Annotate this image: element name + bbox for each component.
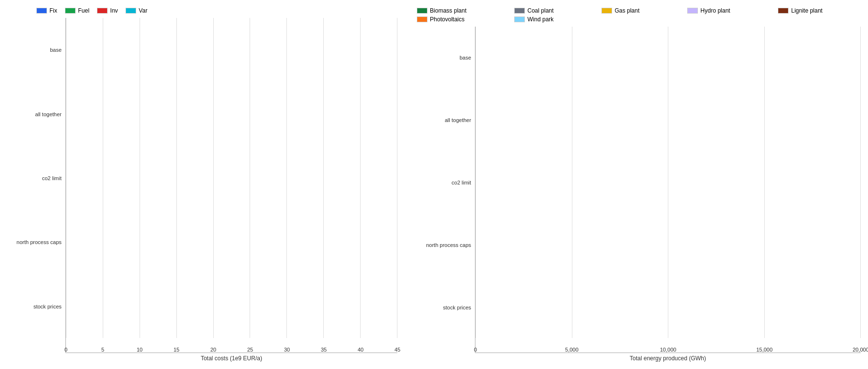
left-y-axis: baseall togetherco2 limitnorth process c… <box>7 18 65 353</box>
legend-item: Hydro plant <box>687 7 768 14</box>
legend-label: Wind park <box>527 16 553 23</box>
y-axis-label: all together <box>445 117 471 123</box>
legend-swatch <box>417 8 427 14</box>
legend-swatch <box>36 8 47 14</box>
legend-label: Biomass plant <box>430 7 466 14</box>
legend-swatch <box>687 8 698 14</box>
legend-swatch <box>65 8 76 14</box>
legend-label: Coal plant <box>527 7 553 14</box>
legend-item: Lignite plant <box>778 7 861 14</box>
x-tick-label: 45 <box>395 347 400 353</box>
legend-item: Gas plant <box>601 7 678 14</box>
y-axis-label: north process caps <box>426 242 471 248</box>
legend-item: Photovoltaics <box>417 16 505 23</box>
legend-item: Coal plant <box>514 7 592 14</box>
left-chart-panel: Fix Fuel Inv Var baseall togetherco2 lim… <box>5 5 400 364</box>
left-plot-area: 051015202530354045 <box>65 18 397 353</box>
y-axis-label: co2 limit <box>452 180 471 185</box>
legend-swatch <box>97 8 108 14</box>
legend-item: Var <box>126 7 147 14</box>
legend-label: Var <box>139 7 147 14</box>
x-tick-label: 25 <box>247 347 253 353</box>
bar-row <box>475 233 861 252</box>
legend-item: Biomass plant <box>417 7 505 14</box>
right-x-title: Total energy produced (GWh) <box>412 355 861 362</box>
legend-swatch <box>126 8 136 14</box>
right-y-axis: baseall togetherco2 limitnorth process c… <box>412 27 475 353</box>
x-tick-label: 0 <box>474 347 477 353</box>
legend-label: Gas plant <box>615 7 639 14</box>
x-tick-label: 15,000 <box>756 347 773 353</box>
x-tick-label: 5,000 <box>565 347 579 353</box>
legend-label: Inv <box>110 7 118 14</box>
legend-label: Hydro plant <box>700 7 730 14</box>
x-tick-label: 5 <box>101 347 104 353</box>
x-tick-label: 10,000 <box>660 347 677 353</box>
bar-row <box>475 52 861 71</box>
bar-row <box>66 44 397 63</box>
legend-swatch <box>514 8 525 14</box>
right-legend: Biomass plant Coal plant Gas plant Hydro… <box>412 7 861 23</box>
y-axis-label: base <box>459 55 471 61</box>
x-tick-label: 20,000 <box>852 347 868 353</box>
bar-row <box>66 106 397 125</box>
left-chart-area: baseall togetherco2 limitnorth process c… <box>7 18 397 362</box>
x-tick-label: 10 <box>137 347 142 353</box>
x-tick-label: 40 <box>358 347 363 353</box>
x-tick-label: 0 <box>64 347 67 353</box>
legend-label: Lignite plant <box>791 7 822 14</box>
legend-item: Fix <box>36 7 57 14</box>
legend-item: Fuel <box>65 7 89 14</box>
legend-label: Fuel <box>78 7 89 14</box>
x-tick-label: 20 <box>210 347 216 353</box>
right-plot-area: 05,00010,00015,00020,000 <box>475 27 861 353</box>
legend-swatch <box>778 8 789 14</box>
legend-label: Fix <box>49 7 57 14</box>
legend-swatch <box>417 16 427 22</box>
right-chart-area: baseall togetherco2 limitnorth process c… <box>412 27 861 362</box>
y-axis-label: north process caps <box>16 239 62 245</box>
right-chart-panel: Biomass plant Coal plant Gas plant Hydro… <box>410 5 863 364</box>
bar-row <box>66 231 397 250</box>
y-axis-label: base <box>50 47 62 53</box>
legend-swatch <box>514 16 525 22</box>
y-axis-label: stock prices <box>443 305 471 310</box>
legend-label: Photovoltaics <box>430 16 464 23</box>
legend-item: Wind park <box>514 16 592 23</box>
bar-row <box>475 172 861 192</box>
legend-swatch <box>601 8 612 14</box>
left-legend: Fix Fuel Inv Var <box>7 7 397 14</box>
bar-row <box>475 112 861 132</box>
x-tick-label: 15 <box>174 347 179 353</box>
bar-row <box>66 168 397 187</box>
bar-row <box>475 293 861 313</box>
y-axis-label: all together <box>35 111 62 117</box>
bar-row <box>66 292 397 312</box>
legend-item: Inv <box>97 7 118 14</box>
main-container: Fix Fuel Inv Var baseall togetherco2 lim… <box>0 0 868 369</box>
y-axis-label: stock prices <box>33 304 62 309</box>
x-tick-label: 35 <box>321 347 327 353</box>
left-x-title: Total costs (1e9 EUR/a) <box>7 355 397 362</box>
y-axis-label: co2 limit <box>42 175 62 181</box>
x-tick-label: 30 <box>284 347 290 353</box>
